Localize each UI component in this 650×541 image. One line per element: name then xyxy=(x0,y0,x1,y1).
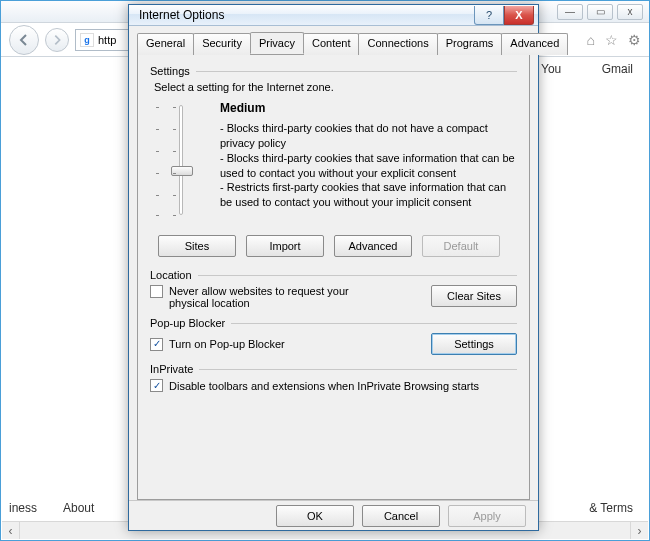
link-about[interactable]: About xyxy=(63,501,94,515)
group-inprivate: InPrivate ✓ Disable toolbars and extensi… xyxy=(150,363,517,392)
dialog-title: Internet Options xyxy=(139,8,224,22)
address-bar[interactable]: g http xyxy=(75,29,135,51)
group-label-settings: Settings xyxy=(150,65,190,77)
sites-button[interactable]: Sites xyxy=(158,235,236,257)
divider xyxy=(199,369,517,370)
turn-on-popup-blocker-checkbox[interactable]: ✓ xyxy=(150,338,163,351)
advanced-button[interactable]: Advanced xyxy=(334,235,412,257)
group-label-inprivate: InPrivate xyxy=(150,363,193,375)
forward-button[interactable] xyxy=(45,28,69,52)
tab-strip: General Security Privacy Content Connect… xyxy=(137,33,530,55)
privacy-bullet-1: - Blocks third-party cookies that do not… xyxy=(220,121,517,151)
maximize-button[interactable]: ▭ xyxy=(587,4,613,20)
dialog-titlebar[interactable]: Internet Options ? X xyxy=(129,5,538,26)
tab-general[interactable]: General xyxy=(137,33,194,55)
divider xyxy=(231,323,517,324)
back-button[interactable] xyxy=(9,25,39,55)
never-allow-location-label: Never allow websites to request your phy… xyxy=(169,285,389,309)
cancel-button[interactable]: Cancel xyxy=(362,505,440,527)
link-gmail[interactable]: Gmail xyxy=(602,62,633,76)
internet-options-dialog: Internet Options ? X General Security Pr… xyxy=(128,4,539,531)
clear-sites-button[interactable]: Clear Sites xyxy=(431,285,517,307)
address-text: http xyxy=(98,34,116,46)
link-terms[interactable]: & Terms xyxy=(589,501,633,515)
window-close-button[interactable]: x xyxy=(617,4,643,20)
turn-on-popup-blocker-label: Turn on Pop-up Blocker xyxy=(169,338,285,350)
privacy-level-name: Medium xyxy=(220,101,517,115)
tab-privacy[interactable]: Privacy xyxy=(250,32,304,54)
toolbar-right-icons: ⌂ ☆ ⚙ xyxy=(587,32,641,48)
dialog-body: General Security Privacy Content Connect… xyxy=(129,26,538,500)
dialog-footer: OK Cancel Apply xyxy=(129,500,538,530)
default-button: Default xyxy=(422,235,500,257)
favorites-icon[interactable]: ☆ xyxy=(605,32,618,48)
tab-programs[interactable]: Programs xyxy=(437,33,503,55)
divider xyxy=(196,71,517,72)
group-label-popup: Pop-up Blocker xyxy=(150,317,225,329)
google-favicon-icon: g xyxy=(80,33,94,47)
group-settings: Settings Select a setting for the Intern… xyxy=(150,65,517,257)
privacy-level-slider[interactable] xyxy=(156,101,206,221)
privacy-bullet-2: - Blocks third-party cookies that save i… xyxy=(220,151,517,181)
privacy-level-description: Medium - Blocks third-party cookies that… xyxy=(220,101,517,221)
minimize-button[interactable]: — xyxy=(557,4,583,20)
tab-content[interactable]: Content xyxy=(303,33,360,55)
scroll-left-button[interactable]: ‹ xyxy=(2,522,20,539)
disable-toolbars-inprivate-label: Disable toolbars and extensions when InP… xyxy=(169,380,479,392)
apply-button: Apply xyxy=(448,505,526,527)
arrow-right-icon xyxy=(51,34,63,46)
group-location: Location Never allow websites to request… xyxy=(150,269,517,309)
dialog-close-button[interactable]: X xyxy=(504,6,534,25)
dialog-help-button[interactable]: ? xyxy=(474,6,504,25)
privacy-bullet-3: - Restricts first-party cookies that sav… xyxy=(220,180,517,210)
home-icon[interactable]: ⌂ xyxy=(587,32,595,48)
tab-panel-privacy: Settings Select a setting for the Intern… xyxy=(137,54,530,500)
tab-security[interactable]: Security xyxy=(193,33,251,55)
scroll-right-button[interactable]: › xyxy=(630,522,648,539)
divider xyxy=(198,275,517,276)
slider-thumb[interactable] xyxy=(171,166,193,176)
group-label-location: Location xyxy=(150,269,192,281)
disable-toolbars-inprivate-checkbox[interactable]: ✓ xyxy=(150,379,163,392)
tab-advanced[interactable]: Advanced xyxy=(501,33,568,55)
link-you[interactable]: You xyxy=(541,62,561,76)
settings-intro: Select a setting for the Internet zone. xyxy=(154,81,517,93)
tab-connections[interactable]: Connections xyxy=(358,33,437,55)
group-popup-blocker: Pop-up Blocker ✓ Turn on Pop-up Blocker … xyxy=(150,317,517,355)
slider-track xyxy=(179,105,183,215)
import-button[interactable]: Import xyxy=(246,235,324,257)
link-business[interactable]: iness xyxy=(9,501,37,515)
tools-gear-icon[interactable]: ⚙ xyxy=(628,32,641,48)
popup-settings-button[interactable]: Settings xyxy=(431,333,517,355)
never-allow-location-checkbox[interactable] xyxy=(150,285,163,298)
arrow-left-icon xyxy=(17,33,31,47)
ok-button[interactable]: OK xyxy=(276,505,354,527)
